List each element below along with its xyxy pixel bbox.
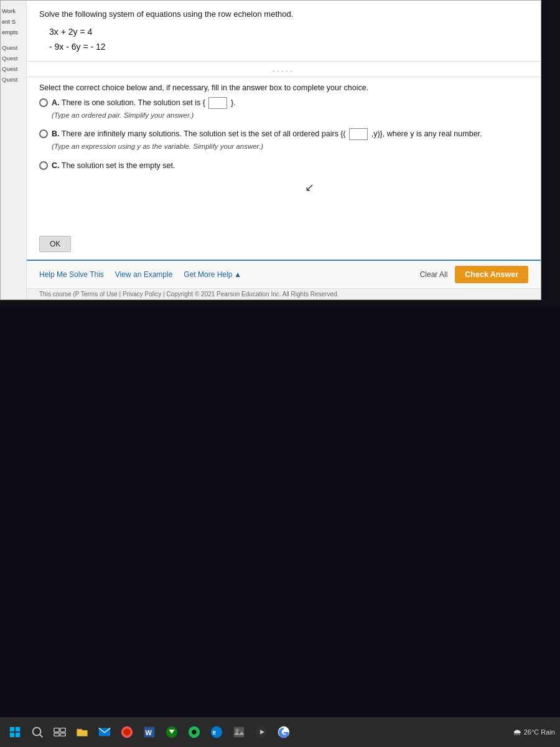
sidebar-empts[interactable]: empts bbox=[1, 27, 26, 37]
xbox-button[interactable] bbox=[162, 722, 182, 742]
cursor: ↙ bbox=[305, 181, 314, 194]
ok-button[interactable]: OK bbox=[39, 236, 71, 252]
sidebar-work[interactable]: Work bbox=[1, 6, 26, 16]
svg-text:e: e bbox=[213, 729, 217, 736]
mail-button[interactable] bbox=[95, 722, 114, 742]
choice-b-row: B. There are infinitely many solutions. … bbox=[39, 128, 528, 152]
svg-rect-9 bbox=[60, 733, 65, 736]
svg-rect-7 bbox=[60, 728, 65, 732]
radio-c[interactable] bbox=[39, 161, 48, 170]
svg-rect-1 bbox=[16, 727, 20, 731]
svg-text:W: W bbox=[146, 729, 152, 736]
sidebar-quest1[interactable]: Quest bbox=[1, 42, 26, 53]
choice-b-content: B. There are infinitely many solutions. … bbox=[52, 128, 482, 152]
weather-text: 26°C Rain bbox=[524, 728, 555, 736]
media-button[interactable] bbox=[251, 722, 271, 742]
svg-rect-20 bbox=[234, 727, 245, 738]
radio-b[interactable] bbox=[39, 129, 48, 138]
svg-point-4 bbox=[33, 728, 41, 736]
choice-a-label: A. bbox=[52, 98, 60, 107]
edge-button[interactable]: e bbox=[207, 722, 226, 742]
task-view-button[interactable] bbox=[50, 722, 70, 742]
choice-a-row: A. There is one solution. The solution s… bbox=[39, 97, 528, 121]
choice-b-note: (Type an expression using y as the varia… bbox=[52, 141, 482, 152]
svg-line-5 bbox=[40, 735, 42, 737]
choice-a-input[interactable] bbox=[208, 97, 227, 109]
search-button[interactable] bbox=[27, 722, 47, 742]
svg-rect-8 bbox=[54, 733, 59, 736]
view-example-button[interactable]: View an Example bbox=[115, 270, 173, 279]
choice-a-main: There is one solution. The solution set … bbox=[62, 98, 205, 107]
choice-c-label: C. bbox=[52, 161, 60, 170]
choice-b-main: There are infinitely many solutions. The… bbox=[62, 129, 346, 138]
chrome-button[interactable] bbox=[117, 722, 137, 742]
photos-button[interactable] bbox=[229, 722, 249, 742]
select-instruction: Select the correct choice below and, if … bbox=[27, 77, 541, 97]
problem-title: Solve the following system of equations … bbox=[39, 9, 528, 19]
google-button[interactable] bbox=[274, 722, 294, 742]
sidebar-ent-s[interactable]: ent S bbox=[1, 16, 26, 27]
copyright-text: Terms of Use | Privacy Policy | Copyrigh… bbox=[81, 291, 338, 298]
svg-rect-0 bbox=[10, 727, 14, 731]
svg-rect-6 bbox=[54, 728, 59, 732]
choice-b-main2: ,y)}, where y is any real number. bbox=[371, 129, 482, 138]
taskbar-weather: 🌧 26°C Rain bbox=[513, 727, 555, 737]
choice-a-note: (Type an ordered pair. Simplify your ans… bbox=[52, 110, 236, 121]
file-explorer-button[interactable] bbox=[72, 722, 92, 742]
equation1: 3x + 2y = 4 bbox=[49, 25, 528, 40]
this-course-text: This course (P bbox=[39, 291, 79, 298]
sidebar-quest2[interactable]: Quest bbox=[1, 53, 26, 63]
sidebar-quest3[interactable]: Quest bbox=[1, 63, 26, 74]
separator-dots: ..... bbox=[27, 61, 541, 77]
svg-rect-3 bbox=[16, 733, 20, 737]
clear-all-button[interactable]: Clear All bbox=[420, 270, 448, 279]
music-button[interactable] bbox=[184, 722, 204, 742]
svg-rect-2 bbox=[10, 733, 14, 737]
get-more-help-arrow: ▲ bbox=[234, 270, 241, 279]
get-more-help-button[interactable]: Get More Help ▲ bbox=[184, 270, 241, 279]
choice-a-content: A. There is one solution. The solution s… bbox=[52, 97, 236, 121]
choice-a-main2: }. bbox=[231, 98, 236, 107]
radio-a[interactable] bbox=[39, 98, 48, 107]
choice-b-label: B. bbox=[52, 129, 60, 138]
copyright-bar: This course (P Terms of Use | Privacy Po… bbox=[27, 288, 541, 299]
help-me-solve-button[interactable]: Help Me Solve This bbox=[39, 270, 104, 279]
svg-point-12 bbox=[124, 729, 131, 736]
svg-point-17 bbox=[192, 730, 196, 734]
get-more-help-label: Get More Help bbox=[184, 270, 232, 279]
choice-c-row: C. The solution set is the empty set. bbox=[39, 160, 528, 172]
choice-c-content: C. The solution set is the empty set. bbox=[52, 160, 175, 172]
svg-point-21 bbox=[236, 729, 240, 733]
choice-c-main: The solution set is the empty set. bbox=[62, 161, 175, 170]
choice-b-input[interactable] bbox=[349, 128, 368, 140]
sidebar-quest4[interactable]: Quest bbox=[1, 74, 26, 85]
word-button[interactable]: W bbox=[139, 722, 159, 742]
weather-icon: 🌧 bbox=[513, 727, 521, 737]
equation2: - 9x - 6y = - 12 bbox=[49, 40, 528, 55]
check-answer-button[interactable]: Check Answer bbox=[455, 266, 528, 283]
start-button[interactable] bbox=[5, 722, 25, 742]
